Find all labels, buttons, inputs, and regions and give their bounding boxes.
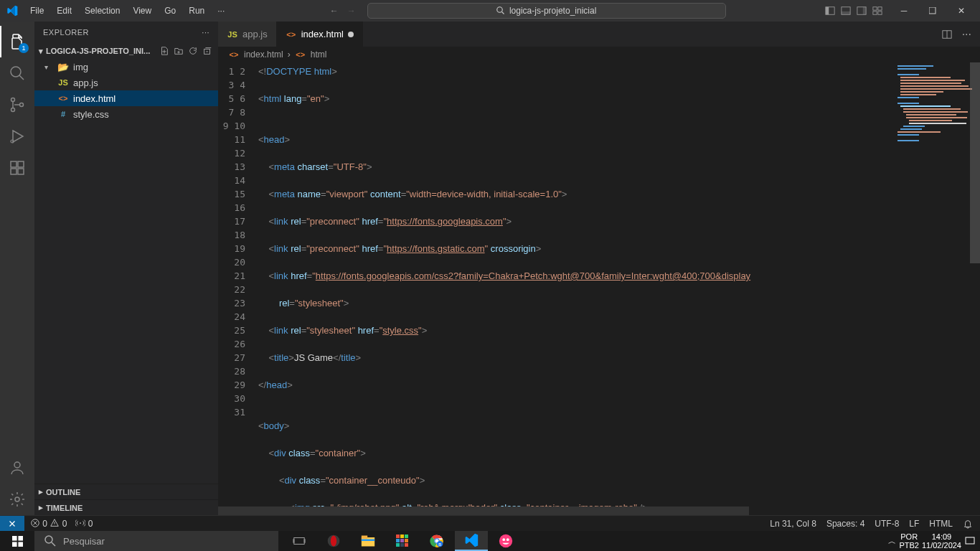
svg-rect-69 [294,538,304,545]
svg-rect-3 [826,7,829,15]
new-file-icon[interactable] [159,46,169,56]
svg-point-15 [11,98,15,102]
tree-folder-img[interactable]: ▾📂img [34,59,218,75]
horizontal-scrollbar[interactable] [218,507,980,515]
html-symbol-icon: <> [295,50,306,59]
tree-file-appjs[interactable]: JSapp.js [34,75,218,90]
activity-search-icon[interactable] [0,57,34,89]
collapse-all-icon[interactable] [202,46,212,56]
status-spaces[interactable]: Spaces: 4 [826,519,864,529]
taskbar-opera-icon[interactable] [317,531,350,551]
svg-rect-53 [903,126,925,127]
svg-rect-39 [900,83,961,84]
line-numbers: 1 2 3 4 5 6 7 8 9 10 11 12 13 14 15 16 1… [218,62,258,507]
explorer-more-icon[interactable]: ··· [202,28,209,37]
taskbar-vscode-icon[interactable] [455,531,488,551]
svg-point-16 [11,108,15,112]
code-editor[interactable]: <!DOCTYPE html> <html lang="en"> <head> … [258,62,894,507]
svg-rect-66 [18,542,23,547]
svg-rect-10 [873,11,877,14]
nav-forward-icon[interactable]: → [347,6,356,16]
activity-run-debug-icon[interactable] [0,121,34,152]
search-icon [44,535,56,547]
chevron-down-icon: ▾ [44,63,53,71]
window-close-icon[interactable]: ✕ [948,1,974,21]
menu-file[interactable]: File [24,3,50,19]
window-minimize-icon[interactable]: ─ [891,1,917,21]
start-button-icon[interactable] [0,531,34,551]
tab-label: app.js [242,29,268,39]
svg-rect-46 [900,105,951,107]
status-encoding[interactable]: UTF-8 [875,519,899,529]
svg-point-13 [11,67,21,77]
customize-layout-icon[interactable] [872,6,882,16]
layout-panel-icon[interactable] [841,6,851,16]
minimap[interactable] [894,62,980,507]
tray-language[interactable]: PORPTB2 [899,532,919,550]
tree-file-stylecss[interactable]: #style.css [34,106,218,122]
taskbar-taskview-icon[interactable] [283,531,316,551]
menu-more[interactable]: ··· [212,3,230,19]
timeline-section[interactable]: ▸TIMELINE [34,499,218,515]
taskbar-app-icon[interactable] [386,531,419,551]
file-label: style.css [73,109,109,120]
windows-search-placeholder: Pesquisar [63,536,105,547]
tree-file-indexhtml[interactable]: <>index.html [34,90,218,106]
tray-clock[interactable]: 14:0911/02/2024 [922,532,961,550]
windows-search[interactable]: Pesquisar [34,531,278,551]
layout-sidebar-right-icon[interactable] [857,6,867,16]
svg-point-73 [331,536,336,547]
chevron-down-icon: ▾ [39,47,43,56]
timeline-label: TIMELINE [46,504,83,512]
menu-edit[interactable]: Edit [51,3,77,19]
status-problems[interactable]: 0 0 [30,518,67,529]
tray-expand-icon[interactable]: ︿ [888,536,896,547]
taskbar-chrome-icon[interactable]: B [420,531,453,551]
activity-settings-icon[interactable] [0,484,34,515]
more-actions-icon[interactable]: ··· [962,28,971,41]
layout-sidebar-left-icon[interactable] [825,6,835,16]
menu-go[interactable]: Go [159,3,182,19]
file-label: app.js [73,77,98,88]
activity-explorer-icon[interactable]: 1 [0,26,34,57]
svg-rect-82 [405,539,408,542]
outline-section[interactable]: ▸OUTLINE [34,484,218,499]
activity-account-icon[interactable] [0,452,34,484]
html-file-icon: <> [57,94,69,103]
svg-rect-76 [362,540,374,542]
status-cursor[interactable]: Ln 31, Col 8 [770,519,816,529]
svg-line-68 [52,542,55,546]
breadcrumb[interactable]: <> index.html › <> html [218,47,980,62]
command-center[interactable]: logica-js-projeto_inicial [367,3,726,19]
status-ports[interactable]: 0 [75,518,93,529]
minimap-scrollbar[interactable] [970,62,980,263]
status-notifications-icon[interactable] [963,519,973,529]
taskbar-game-icon[interactable] [489,531,522,551]
menu-selection[interactable]: Selection [79,3,126,19]
tab-appjs[interactable]: JSapp.js [218,22,277,47]
remote-indicator-icon[interactable] [0,516,24,532]
window-maximize-icon[interactable] [920,1,946,21]
menu-run[interactable]: Run [183,3,210,19]
explorer-badge: 1 [19,43,29,53]
new-folder-icon[interactable] [174,46,184,56]
svg-rect-75 [362,536,367,539]
status-language[interactable]: HTML [929,519,953,529]
svg-rect-77 [396,534,400,538]
tab-indexhtml[interactable]: <>index.html [277,22,363,47]
taskbar-explorer-icon[interactable] [352,531,385,551]
split-editor-icon[interactable] [942,29,952,39]
svg-point-0 [497,7,503,13]
css-file-icon: # [57,110,69,118]
activity-source-control-icon[interactable] [0,89,34,121]
refresh-icon[interactable] [188,46,198,56]
project-header[interactable]: ▾ LOGICA-JS-PROJETO_INI... [34,43,218,59]
nav-back-icon[interactable]: ← [330,6,339,16]
breadcrumb-symbol: html [311,50,327,60]
status-eol[interactable]: LF [909,519,919,529]
tray-notifications-icon[interactable] [964,535,976,547]
search-icon [496,6,505,15]
status-bar: 0 0 0 Ln 31, Col 8 Spaces: 4 UTF-8 LF HT… [0,515,980,531]
menu-view[interactable]: View [127,3,157,19]
activity-extensions-icon[interactable] [0,152,34,184]
